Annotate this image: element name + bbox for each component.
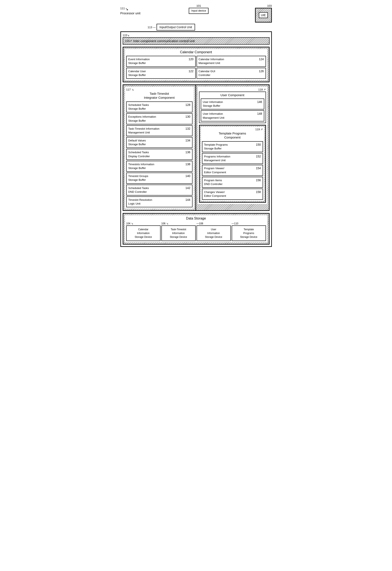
calendar-component: Calendar Component Event InformationStor… [123,47,269,82]
storage-box-104: CalendarInformationStorage Device [126,225,161,241]
ref-111: 111 [120,7,125,10]
storage-box-108: UserInformationStorage Device [196,225,231,241]
ref-118: 118 ↗ [258,88,266,91]
box-148: User InformationManagement Unit 148 [201,110,264,121]
template-component-title: Template ProgramsComponent [202,131,263,140]
processor-label: Processor unit [120,11,140,15]
diagram-container: 111 ↘ Processor unit 101 Input device 10… [120,4,272,247]
user-component: User Component User InformationStorage B… [199,92,266,123]
calendar-box-124: Calendar InformationManagement Unit 124 [196,56,266,67]
calendar-box-122: Calendar UserStorage Buffer 122 [126,68,196,79]
ref-106: 106 ↘ [161,222,168,225]
uie-box: UIE [255,8,272,23]
box-130: Exceptions InformationStorage Buffer 130 [126,113,193,124]
data-storage: Data Storage 104 ↘ 106 ↘ —108 —110 Calen… [123,213,269,244]
box-122-num: 122 [189,70,193,77]
box-144: Timeslot ResolutionLogic Unit 144 [126,196,193,207]
box-126-num: 126 [259,70,264,77]
box-150: Template ProgramsStorage Buffer 150 [202,141,263,152]
calendar-component-title: Calendar Component [126,50,266,54]
box-132: Task-Timeslot InformationManagement Unit… [126,125,193,136]
box-140: Timeslot GroupsStorage Buffer 140 [126,172,193,184]
task-timeslot-component: 117 ↘ Task-TimeslotIntegrator Component … [123,85,196,211]
calendar-box-120: Event InformationStorage Buffer 120 [126,56,196,67]
ref-119: 119 ↗ [255,128,263,131]
io-control-box: Input/Output Control Unit [156,24,195,30]
input-device-box: Input device [189,8,209,14]
inter-component-bar: 116↗ Inter-component communication contr… [123,37,269,45]
storage-box-106: Task-TimeslotInformationStorage Device [161,225,196,241]
main-outer: 115↘ 116↗ Inter-component communication … [120,31,272,247]
right-column: 118 ↗ User Component User InformationSto… [196,85,269,211]
uie-label: UIE [259,12,268,18]
box-152: Programs InformationManagement Unit 152 [202,153,263,164]
box-126-text: Calendar GUIController [199,70,215,77]
box-158: Changes Viewer/Editor Component 158 [202,189,263,200]
box-128: Scheduled TasksStorage Buffer 128 [126,101,193,112]
user-component-title: User Component [201,93,264,97]
box-146: User InformationStorage Buffer 146 [201,99,264,109]
calendar-box-126: Calendar GUIController 126 [196,68,266,79]
box-122-text: Calendar UserStorage Buffer [128,70,146,77]
box-154: Program Viewer/Editor Component 154 [202,165,263,176]
ref-103: 103 [267,4,272,7]
task-timeslot-title: Task-TimeslotIntegrator Component [126,92,193,100]
ref-116: 116↗ [125,39,132,43]
ref-101: 101 [196,4,201,7]
ref-104: 104 ↘ [126,222,133,225]
box-138: Timeslots InformationStorage Buffer 138 [126,161,193,172]
ref-113: 113 — [148,26,156,29]
template-programs-component: 119 ↗ Template ProgramsComponent Templat… [199,125,266,203]
ref-115: 115↘ [123,34,130,37]
box-120-num: 120 [189,57,193,65]
ref-117: 117 ↘ [126,88,134,91]
ref-108: —108 [196,222,203,225]
box-136: Scheduled TasksDisplay Controller 136 [126,149,193,160]
box-134: Default ValuesStorage Buffer 134 [126,137,193,148]
storage-box-110: TemplateProgramsStorage Device [232,225,266,241]
box-124-num: 124 [259,57,264,65]
box-156: Program ItemsDND Controller 156 [202,177,263,188]
inter-component-label: Inter-component communication control un… [133,39,195,43]
data-storage-title: Data Storage [126,216,266,220]
ref-110: —110 [232,222,238,225]
box-124-text: Calendar InformationManagement Unit [199,57,224,65]
box-120-text: Event InformationStorage Buffer [128,57,150,65]
box-142: Scheduled TasksDND Controller 142 [126,185,193,196]
